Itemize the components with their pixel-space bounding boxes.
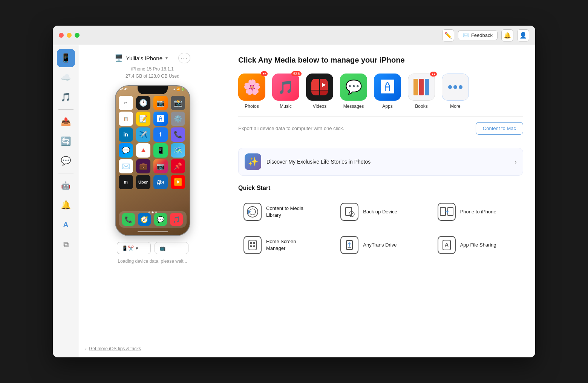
- sidebar-item-ai[interactable]: 🤖: [57, 176, 75, 195]
- notifications-button[interactable]: 🔔: [501, 29, 513, 41]
- backup-icon: [340, 203, 358, 221]
- discover-left: ✨ Discover My Exclusive Life Stories in …: [245, 153, 371, 170]
- music-icon-wrap: 🎵 625: [272, 74, 299, 101]
- screenshot-icon: 📱✂️: [122, 245, 134, 251]
- phone-dock: 📞 🧭 💬 🎵: [119, 211, 187, 228]
- more-dot-3: [459, 85, 462, 89]
- sidebar-item-restore[interactable]: 🔄: [57, 132, 75, 150]
- videos-icon-wrap: ▶: [306, 74, 333, 101]
- device-more-button[interactable]: ···: [178, 53, 190, 63]
- screenshot-button[interactable]: 📱✂️ ▾: [117, 242, 151, 254]
- app-gmail: ✉️: [119, 159, 133, 173]
- sidebar-item-appstore[interactable]: A: [57, 216, 75, 234]
- device-model: iPhone 15 Pro 18.1.1: [126, 66, 179, 73]
- airplay-icon: 📺: [159, 245, 165, 251]
- discover-chevron-icon: ›: [514, 158, 517, 166]
- sidebar-divider-2: [58, 173, 74, 173]
- phone-home-indicator: [138, 231, 168, 232]
- more-dot-1: [448, 85, 452, 89]
- music-label: Music: [280, 104, 291, 109]
- main-headline: Click Any Media below to manage your iPh…: [238, 56, 523, 64]
- qs-item-anytrans-drive[interactable]: AnyTrans Drive: [335, 231, 426, 259]
- device-chevron-icon[interactable]: ▾: [165, 55, 168, 61]
- app-uber: Uber: [136, 175, 150, 189]
- feedback-button[interactable]: ✉️ Feedback: [458, 30, 498, 40]
- sidebar-item-music[interactable]: 🎵: [57, 88, 75, 106]
- main-panel: Click Any Media below to manage your iPh…: [226, 45, 535, 357]
- sidebar-item-cloud[interactable]: ☁️: [57, 69, 75, 87]
- videos-label: Videos: [313, 104, 326, 109]
- airplay-button[interactable]: 📺: [155, 242, 188, 254]
- sidebar-item-layers[interactable]: ⧉: [57, 235, 75, 253]
- content-media-icon: [243, 203, 262, 221]
- media-item-videos[interactable]: ▶ Videos: [306, 74, 333, 109]
- svg-rect-9: [250, 245, 252, 247]
- qs-label-backup: Back up Device: [363, 208, 397, 215]
- content-to-mac-button[interactable]: Content to Mac: [476, 122, 523, 135]
- messages-label: Messages: [343, 104, 364, 109]
- qs-label-home-screen: Home ScreenManager: [266, 238, 296, 252]
- apps-icon-wrap: 🅰: [374, 74, 401, 101]
- fullscreen-button[interactable]: [75, 33, 80, 38]
- music-icon: 🎵: [278, 80, 294, 95]
- media-item-photos[interactable]: 🌸 ●● Photos: [238, 74, 265, 109]
- device-icon: 📱: [61, 53, 71, 63]
- qs-label-content-media: Content to MediaLibrary: [266, 205, 303, 219]
- content-area: 🖥️ Yuliia's iPhone ▾ ··· iPhone 15 Pro 1…: [79, 45, 535, 357]
- close-button[interactable]: [59, 33, 64, 38]
- discover-banner[interactable]: ✨ Discover My Exclusive Life Stories in …: [238, 148, 523, 176]
- transfer-icon: 📤: [61, 117, 71, 127]
- qs-item-home-screen[interactable]: Home ScreenManager: [238, 231, 329, 259]
- app-calendar: 26: [119, 96, 133, 110]
- book-2: [419, 79, 424, 95]
- media-item-music[interactable]: 🎵 625 Music: [272, 74, 299, 109]
- phone-mockup: 09:41 ▲ 📶 🔋 26 🕐 📷 📸: [115, 85, 190, 236]
- more-dots: [448, 85, 462, 89]
- photos-label: Photos: [245, 104, 259, 109]
- qs-item-backup[interactable]: Back up Device: [335, 198, 426, 225]
- phone-screen: 09:41 ▲ 📶 🔋 26 🕐 📷 📸: [116, 86, 190, 235]
- messages-media-icon: 💬: [345, 79, 362, 95]
- videos-icon: ▶: [311, 79, 328, 95]
- app-notes: 📝: [136, 112, 150, 126]
- sidebar-item-transfer[interactable]: 📤: [57, 113, 75, 131]
- app-camera: 📸: [171, 96, 185, 110]
- ai-icon: 🤖: [61, 181, 70, 190]
- app-reminders: 📋: [119, 112, 133, 126]
- sidebar-item-notifications[interactable]: 🔔: [57, 196, 75, 214]
- phone-apps-grid: 26 🕐 📷 📸 📋 📝 🅰 ⚙️ in ✈️: [119, 96, 187, 189]
- edit-icon: ✏️: [444, 32, 452, 39]
- videos-q1: [311, 79, 319, 90]
- edit-icon-button[interactable]: ✏️: [442, 29, 454, 41]
- traffic-lights: [59, 33, 80, 38]
- tips-link[interactable]: Get more iOS tips & tricks: [89, 346, 141, 351]
- minimize-button[interactable]: [67, 33, 72, 38]
- svg-text:A: A: [445, 242, 449, 248]
- media-item-more[interactable]: More: [442, 74, 469, 109]
- phone-to-phone-icon: [438, 203, 456, 221]
- media-item-apps[interactable]: 🅰 Apps: [374, 74, 401, 109]
- user-button[interactable]: 👤: [517, 29, 529, 41]
- feedback-label: Feedback: [471, 32, 493, 38]
- app-drive: 🔺: [136, 143, 150, 158]
- qs-item-app-sharing[interactable]: A App File Sharing: [432, 231, 523, 259]
- app-facebook: f: [153, 127, 168, 142]
- appstore-icon: A: [63, 221, 68, 229]
- books-label: Books: [415, 104, 427, 109]
- svg-rect-5: [448, 207, 453, 216]
- qs-item-phone-to-phone[interactable]: Phone to iPhone: [432, 198, 523, 225]
- phone-signals: ▲ 📶 🔋: [173, 87, 185, 91]
- media-item-books[interactable]: ●● Books: [408, 74, 435, 109]
- sidebar-item-device[interactable]: 📱: [57, 49, 75, 67]
- more-label: More: [450, 104, 460, 109]
- qs-item-content-media[interactable]: Content to MediaLibrary: [238, 198, 329, 225]
- videos-q2: ▶: [320, 79, 328, 90]
- media-item-messages[interactable]: 💬 Messages: [340, 74, 367, 109]
- device-name: Yuliia's iPhone: [126, 55, 162, 61]
- sidebar-item-messages[interactable]: 💬: [57, 152, 75, 170]
- app-dia: Дія: [153, 175, 168, 189]
- device-actions: 📱✂️ ▾ 📺: [117, 242, 188, 254]
- titlebar-actions: ✏️ ✉️ Feedback 🔔 👤: [442, 29, 529, 41]
- svg-rect-4: [440, 207, 446, 216]
- dock-safari: 🧭: [138, 213, 151, 226]
